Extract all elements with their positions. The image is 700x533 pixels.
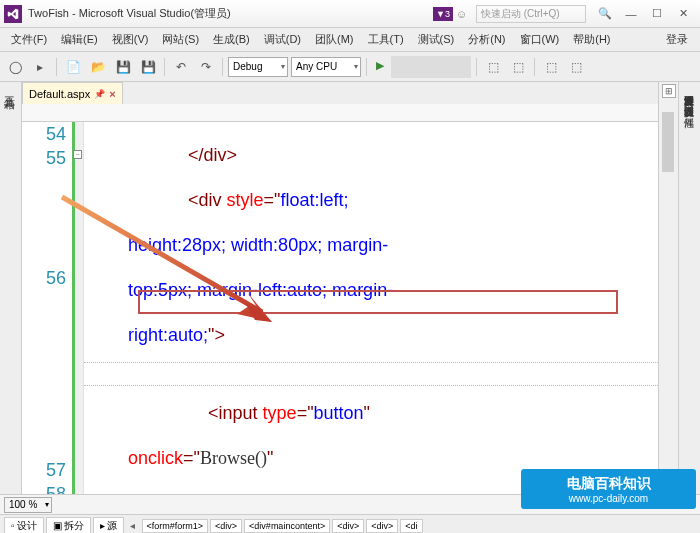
tab-label: Default.aspx xyxy=(29,88,90,100)
menu-file[interactable]: 文件(F) xyxy=(4,30,54,49)
new-icon[interactable]: 📄 xyxy=(62,56,84,78)
watermark-url: www.pc-daily.com xyxy=(569,493,648,504)
menu-website[interactable]: 网站(S) xyxy=(155,30,206,49)
nav-dropdown-bar[interactable] xyxy=(22,104,658,122)
crumb-2[interactable]: <div#maincontent> xyxy=(244,519,330,533)
quicklaunch-input[interactable]: 快速启动 (Ctrl+Q) xyxy=(476,5,586,23)
code-area[interactable]: 5455 56 5758 − </div> <div style="float:… xyxy=(22,122,658,494)
crumb-4[interactable]: <div> xyxy=(366,519,398,533)
crumb-prev[interactable]: ◂ xyxy=(126,520,140,531)
vs-logo-icon xyxy=(4,5,22,23)
nav-back-icon[interactable]: ◯ xyxy=(4,56,26,78)
editor: Default.aspx 📌 × 5455 56 5758 − </div> <… xyxy=(22,82,658,494)
line-gutter: 5455 56 5758 xyxy=(22,122,72,494)
maximize-button[interactable]: ☐ xyxy=(644,4,670,24)
platform-dropdown[interactable]: Any CPU xyxy=(291,57,361,77)
crumb-0[interactable]: <form#form1> xyxy=(142,519,209,533)
code-text[interactable]: </div> <div style="float:left; height:28… xyxy=(84,122,658,494)
menu-debug[interactable]: 调试(D) xyxy=(257,30,308,49)
feedback-icon[interactable]: ☺ xyxy=(456,8,470,20)
view-split[interactable]: ▣ 拆分 xyxy=(46,517,91,534)
menu-team[interactable]: 团队(M) xyxy=(308,30,361,49)
saveall-icon[interactable]: 💾 xyxy=(137,56,159,78)
toolbar: ◯ ▸ 📄 📂 💾 💾 ↶ ↷ Debug Any CPU ▶ ⬚ ⬚ ⬚ ⬚ xyxy=(0,52,700,82)
menu-help[interactable]: 帮助(H) xyxy=(566,30,617,49)
view-design[interactable]: ▫ 设计 xyxy=(4,517,44,534)
document-tabs: Default.aspx 📌 × xyxy=(22,82,658,104)
menu-test[interactable]: 测试(S) xyxy=(411,30,462,49)
outline-margin[interactable]: − xyxy=(72,122,84,494)
run-icon[interactable]: ▶ xyxy=(372,59,388,75)
notification-badge[interactable]: ▼3 xyxy=(433,7,453,21)
view-switch-bar: ▫ 设计 ▣ 拆分 ▸ 源 ◂ <form#form1> <div> <div#… xyxy=(0,514,700,533)
open-icon[interactable]: 📂 xyxy=(87,56,109,78)
crumb-3[interactable]: <div> xyxy=(332,519,364,533)
watermark: 电脑百科知识 www.pc-daily.com xyxy=(521,469,696,509)
toolbox-panel-tab[interactable]: 工具箱 xyxy=(0,82,22,494)
tb-btn-2[interactable]: ⬚ xyxy=(507,56,529,78)
crumb-1[interactable]: <div> xyxy=(210,519,242,533)
split-icon[interactable]: ⊞ xyxy=(662,84,676,98)
minimize-button[interactable]: — xyxy=(618,4,644,24)
menu-build[interactable]: 生成(B) xyxy=(206,30,257,49)
view-source[interactable]: ▸ 源 xyxy=(93,517,124,534)
window-title: TwoFish - Microsoft Visual Studio(管理员) xyxy=(28,6,430,21)
tab-close-icon[interactable]: × xyxy=(109,88,115,100)
search-icon[interactable]: 🔍 xyxy=(592,4,618,24)
redo-icon[interactable]: ↷ xyxy=(195,56,217,78)
browser-dropdown[interactable] xyxy=(391,56,471,78)
undo-icon[interactable]: ↶ xyxy=(170,56,192,78)
titlebar: TwoFish - Microsoft Visual Studio(管理员) ▼… xyxy=(0,0,700,28)
menu-tools[interactable]: 工具(T) xyxy=(361,30,411,49)
pin-icon[interactable]: 📌 xyxy=(94,89,105,99)
menu-edit[interactable]: 编辑(E) xyxy=(54,30,105,49)
login-button[interactable]: 登录 xyxy=(658,30,696,49)
watermark-name: 电脑百科知识 xyxy=(567,475,651,493)
close-button[interactable]: ✕ xyxy=(670,4,696,24)
nav-fwd-icon[interactable]: ▸ xyxy=(29,56,51,78)
right-panel-tabs[interactable]: 解决方案资源管理器 团队资源管理器 属性 xyxy=(678,82,700,494)
zoom-dropdown[interactable]: 100 % xyxy=(4,497,52,513)
tb-btn-3[interactable]: ⬚ xyxy=(540,56,562,78)
tb-btn-1[interactable]: ⬚ xyxy=(482,56,504,78)
menubar: 文件(F) 编辑(E) 视图(V) 网站(S) 生成(B) 调试(D) 团队(M… xyxy=(0,28,700,52)
menu-view[interactable]: 视图(V) xyxy=(105,30,156,49)
tb-btn-4[interactable]: ⬚ xyxy=(565,56,587,78)
menu-window[interactable]: 窗口(W) xyxy=(513,30,567,49)
collapse-icon[interactable]: − xyxy=(73,150,82,159)
crumb-5[interactable]: <di xyxy=(400,519,422,533)
save-icon[interactable]: 💾 xyxy=(112,56,134,78)
scroll-thumb[interactable] xyxy=(662,112,674,172)
config-dropdown[interactable]: Debug xyxy=(228,57,288,77)
vertical-scrollbar[interactable]: ⊞ xyxy=(658,82,678,494)
tab-default-aspx[interactable]: Default.aspx 📌 × xyxy=(22,82,123,104)
menu-analyze[interactable]: 分析(N) xyxy=(461,30,512,49)
